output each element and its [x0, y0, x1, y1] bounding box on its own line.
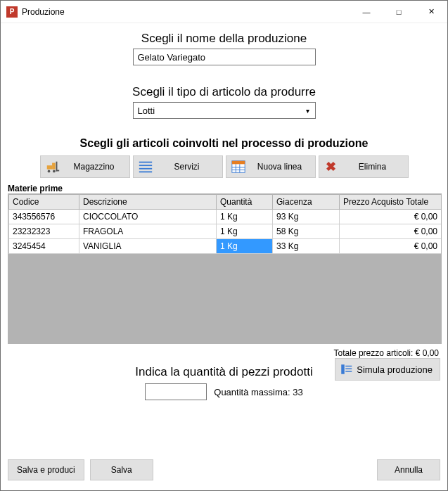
simulate-icon	[338, 363, 354, 376]
col-quantita[interactable]: Quantità	[217, 195, 273, 210]
cell-quantita[interactable]: 1 Kg	[217, 239, 273, 254]
materials-grid[interactable]: Codice Descrizione Quantità Giacenza Pre…	[8, 193, 442, 344]
article-type-select[interactable]: Lotti ▾	[133, 102, 316, 119]
cell-descrizione[interactable]: FRAGOLA	[79, 224, 217, 239]
articles-toolbar: Magazzino Servizi Nuova linea ✖ Elimina	[8, 155, 440, 178]
svg-rect-11	[231, 161, 244, 165]
svg-rect-6	[139, 162, 151, 163]
cell-codice[interactable]: 343556576	[9, 210, 79, 224]
cell-prezzo[interactable]: € 0,00	[340, 224, 442, 239]
table-row[interactable]: 23232323FRAGOLA1 Kg58 Kg€ 0,00	[9, 224, 442, 239]
svg-rect-18	[346, 369, 352, 370]
cell-codice[interactable]: 3245454	[9, 239, 79, 254]
cell-quantita[interactable]: 1 Kg	[217, 210, 273, 224]
svg-point-2	[47, 170, 50, 173]
titlebar: P Produzione — □ ✕	[1, 1, 447, 23]
svg-rect-8	[139, 168, 151, 170]
svg-rect-5	[56, 170, 59, 172]
cell-codice[interactable]: 23232323	[9, 224, 79, 239]
app-window: P Produzione — □ ✕ Scegli il nome della …	[0, 0, 448, 491]
simula-produzione-button[interactable]: Simula produzione	[335, 358, 440, 381]
salva-button[interactable]: Salva	[90, 459, 153, 480]
svg-rect-17	[346, 366, 352, 367]
cell-prezzo[interactable]: € 0,00	[340, 239, 442, 254]
minimize-button[interactable]: —	[350, 1, 383, 23]
grid-header-row: Codice Descrizione Quantità Giacenza Pre…	[9, 195, 442, 210]
cell-giacenza[interactable]: 58 Kg	[273, 224, 340, 239]
col-giacenza[interactable]: Giacenza	[273, 195, 340, 210]
magazzino-label: Magazzino	[66, 162, 122, 172]
svg-rect-9	[139, 171, 151, 172]
magazzino-button[interactable]: Magazzino	[40, 155, 130, 178]
grid-title: Materie prime	[8, 184, 440, 193]
col-descrizione[interactable]: Descrizione	[79, 195, 217, 210]
elimina-label: Elimina	[345, 162, 401, 172]
window-title: Produzione	[22, 7, 350, 17]
max-qty-label: Quantità massima: 33	[214, 387, 302, 397]
simula-label: Simula produzione	[357, 364, 433, 375]
article-type-value: Lotti	[134, 106, 301, 116]
cell-quantita[interactable]: 1 Kg	[217, 224, 273, 239]
servizi-button[interactable]: Servizi	[133, 155, 223, 178]
col-codice[interactable]: Codice	[9, 195, 79, 210]
table-row[interactable]: 3245454VANIGLIA1 Kg33 Kg€ 0,00	[9, 239, 442, 254]
servizi-label: Servizi	[159, 162, 215, 172]
table-row[interactable]: 343556576CIOCCOLATO1 Kg93 Kg€ 0,00	[9, 210, 442, 224]
qty-row: Quantità massima: 33	[8, 383, 440, 400]
articles-process-label: Scegli gli articoli coinvolti nel proces…	[8, 137, 440, 150]
svg-rect-16	[342, 364, 345, 374]
total-price-label: Totale prezzo articoli: € 0,00	[8, 348, 439, 358]
article-type-label: Scegli il tipo di articolo da produrre	[8, 85, 440, 99]
pieces-qty-input[interactable]	[145, 383, 207, 400]
svg-rect-1	[52, 163, 56, 170]
svg-rect-0	[46, 165, 51, 170]
delete-x-icon: ✖	[322, 158, 340, 176]
cell-prezzo[interactable]: € 0,00	[340, 210, 442, 224]
cell-descrizione[interactable]: CIOCCOLATO	[79, 210, 217, 224]
forklift-icon	[44, 158, 62, 176]
maximize-button[interactable]: □	[383, 1, 415, 23]
nuova-linea-button[interactable]: Nuova linea	[226, 155, 316, 178]
production-name-input[interactable]	[133, 49, 316, 65]
grid-icon	[229, 158, 248, 176]
annulla-button[interactable]: Annulla	[377, 459, 440, 480]
salva-e-produci-button[interactable]: Salva e produci	[8, 459, 84, 480]
svg-rect-7	[139, 165, 151, 166]
svg-rect-4	[56, 162, 57, 172]
window-controls: — □ ✕	[350, 1, 447, 23]
svg-rect-19	[346, 371, 352, 372]
cell-giacenza[interactable]: 93 Kg	[273, 210, 340, 224]
chevron-down-icon: ▾	[301, 103, 315, 118]
elimina-button[interactable]: ✖ Elimina	[319, 155, 409, 178]
app-icon: P	[6, 6, 18, 18]
col-prezzo[interactable]: Prezzo Acquisto Totale	[340, 195, 442, 210]
list-lines-icon	[136, 158, 155, 176]
production-name-label: Scegli il nome della produzione	[8, 32, 440, 46]
footer: Salva e produci Salva Annulla	[1, 454, 447, 490]
content-area: Scegli il nome della produzione Scegli i…	[1, 23, 447, 454]
cell-descrizione[interactable]: VANIGLIA	[79, 239, 217, 254]
cell-giacenza[interactable]: 33 Kg	[273, 239, 340, 254]
svg-point-3	[53, 170, 56, 173]
close-button[interactable]: ✕	[415, 1, 447, 23]
nuova-linea-label: Nuova linea	[252, 162, 308, 172]
